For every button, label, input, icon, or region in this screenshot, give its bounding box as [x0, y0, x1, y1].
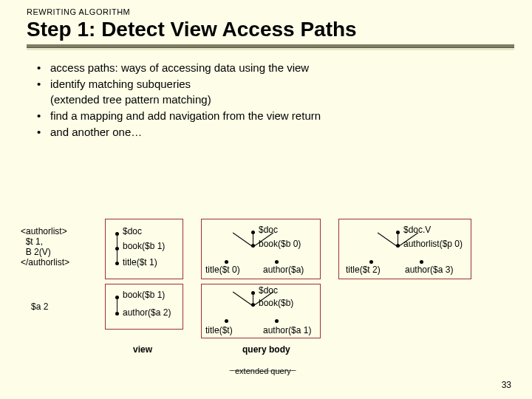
edge — [253, 294, 253, 303]
page-title: Step 1: Detect View Access Paths — [0, 18, 532, 44]
caption-view: view — [133, 344, 152, 355]
bullet: access paths: ways of accessing data usi… — [37, 61, 502, 75]
node-dot — [369, 260, 373, 264]
node-dot — [275, 260, 279, 264]
caption-body: query body — [242, 344, 290, 355]
bullet: find a mapping and add navigation from t… — [37, 109, 502, 123]
tree-leaf: title($t 2) — [346, 265, 381, 275]
slide-number: 33 — [502, 380, 511, 390]
code-block: <authorlist> $t 1, B 2(V) </authorlist> — [21, 226, 69, 267]
bullet: identify matching subqueries (extended t… — [37, 77, 502, 107]
tree-leaf: author($a 3) — [405, 265, 453, 275]
node-dot — [225, 319, 228, 323]
edge — [117, 250, 117, 262]
diagram-stage: <authorlist> $t 1, B 2(V) </authorlist> … — [21, 219, 517, 381]
node-dot — [275, 319, 279, 323]
edge — [398, 233, 398, 244]
tree-node: title($t 1) — [123, 257, 157, 267]
kicker: REWRITING ALGORITHM — [0, 0, 532, 18]
caption-extended: extended query — [235, 366, 291, 375]
tree-node: book($b 1) — [123, 290, 165, 300]
bullet: and another one… — [37, 125, 502, 140]
node-dot — [115, 262, 119, 265]
tree-leaf: author($a 1) — [263, 325, 311, 335]
tree-leaf: title($t 0) — [205, 265, 240, 275]
node-dot — [420, 260, 423, 264]
tree-node: author($a 2) — [123, 307, 171, 318]
code-var: $a 2 — [31, 301, 48, 312]
edge — [117, 235, 117, 247]
tree-leaf: author($a) — [263, 265, 304, 275]
tree-node: authorlist($p 0) — [403, 239, 463, 249]
tree-node: book($b 1) — [123, 241, 165, 251]
edge — [117, 299, 117, 312]
tree-node: book($b) — [259, 298, 293, 308]
rule-light — [27, 48, 514, 50]
tree-leaf: title($t) — [205, 325, 233, 335]
tree-node: $doc — [123, 226, 142, 236]
node-dot — [225, 260, 228, 264]
tree-node: $doc — [259, 225, 278, 235]
node-dot — [115, 312, 119, 316]
tree-node: book($b 0) — [259, 239, 301, 249]
edge — [253, 233, 253, 244]
bullet-list: access paths: ways of accessing data usi… — [37, 61, 502, 140]
